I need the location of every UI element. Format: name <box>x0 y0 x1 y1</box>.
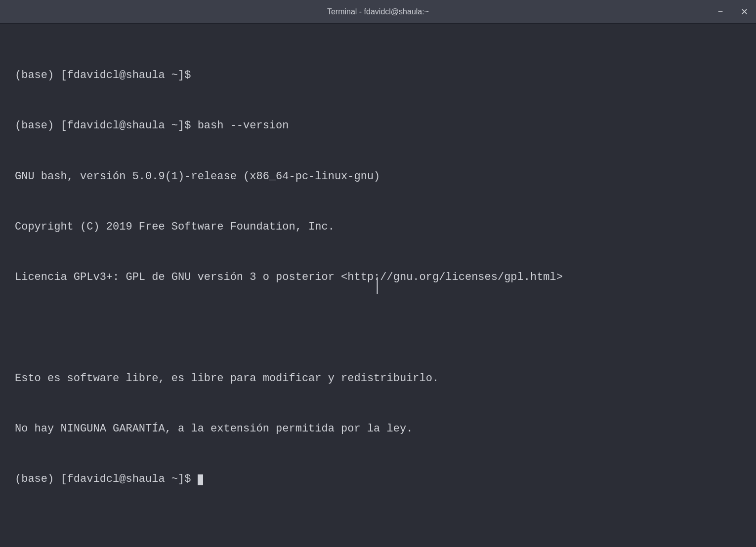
terminal-area[interactable]: (base) [fdavidcl@shaula ~]$ (base) [fdav… <box>0 24 756 547</box>
line-7: No hay NINGUNA GARANTÍA, a la extensión … <box>15 421 741 437</box>
line-3: GNU bash, versión 5.0.9(1)-release (x86_… <box>15 168 741 185</box>
line-1: (base) [fdavidcl@shaula ~]$ <box>15 67 741 84</box>
line-4: Copyright (C) 2019 Free Software Foundat… <box>15 219 741 235</box>
prompt-3: (base) [fdavidcl@shaula ~]$ <box>15 473 198 485</box>
line-5: Licencia GPLv3+: GPL de GNU versión 3 o … <box>15 269 741 286</box>
prompt-2: (base) [fdavidcl@shaula ~]$ bash --versi… <box>15 119 289 132</box>
line-8-cursor: (base) [fdavidcl@shaula ~]$ <box>15 471 741 488</box>
empty-line-1 <box>15 320 741 337</box>
window-title: Terminal - fdavidcl@shaula:~ <box>327 7 429 16</box>
cursor-block <box>198 474 203 485</box>
titlebar: Terminal - fdavidcl@shaula:~ − ✕ <box>0 0 756 24</box>
prompt-1: (base) [fdavidcl@shaula ~]$ <box>15 69 191 81</box>
line-6: Esto es software libre, es libre para mo… <box>15 370 741 387</box>
terminal-window: Terminal - fdavidcl@shaula:~ − ✕ (base) … <box>0 0 756 547</box>
terminal-body[interactable]: (base) [fdavidcl@shaula ~]$ (base) [fdav… <box>0 24 756 532</box>
line-2: (base) [fdavidcl@shaula ~]$ bash --versi… <box>15 117 741 134</box>
minimize-button[interactable]: − <box>709 0 732 24</box>
close-button[interactable]: ✕ <box>732 0 756 24</box>
window-controls: − ✕ <box>709 0 756 23</box>
